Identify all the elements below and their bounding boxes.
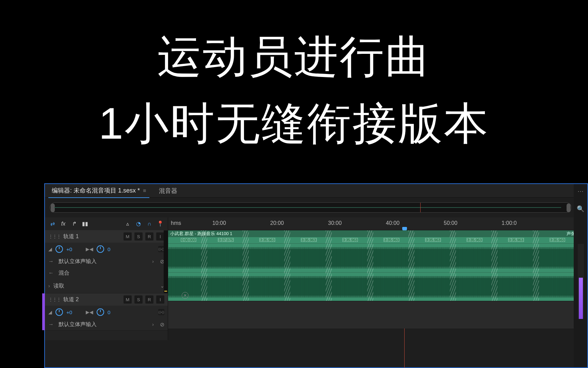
- crossfade-region[interactable]: [408, 230, 414, 301]
- master-level-meter: [578, 244, 584, 319]
- output-routing[interactable]: 混合: [59, 270, 164, 277]
- ruler-mark: 20:00: [270, 220, 284, 226]
- clip-marker: 3:35.963: [508, 238, 524, 242]
- track-1-name[interactable]: 轨道 1: [63, 233, 121, 240]
- clip-marker: 3:35.963: [425, 238, 441, 242]
- volume-value[interactable]: +0: [66, 309, 72, 315]
- volume-knob[interactable]: [55, 245, 63, 253]
- clip-marker: 3:37.075: [218, 238, 234, 242]
- clip-marker: 3:35.963: [342, 238, 358, 242]
- track-grip-icon[interactable]: ⋮⋮⋮: [48, 234, 61, 239]
- solo-button[interactable]: S: [134, 232, 143, 241]
- panel-menu-icon[interactable]: ⋯: [577, 187, 584, 195]
- input-monitor-button[interactable]: I: [156, 295, 164, 304]
- crossfade-region[interactable]: [201, 230, 207, 301]
- eq-icon[interactable]: ▮▮: [82, 220, 88, 227]
- pan-knob[interactable]: [97, 245, 104, 253]
- mute-button[interactable]: M: [124, 295, 132, 304]
- stereo-icon[interactable]: ((•)): [158, 309, 164, 315]
- tab-menu-icon[interactable]: ≡: [143, 188, 146, 194]
- ruler-mark: 10:00: [212, 220, 226, 226]
- overview-handle-left[interactable]: [51, 203, 55, 212]
- crossfade-region[interactable]: [326, 230, 332, 301]
- track-1-lane[interactable]: 小武君,群星 - 跑操音乐 44100 1 声像 ⌄ 0:00.000 3:37…: [168, 230, 587, 301]
- ruler-unit: hms: [171, 220, 181, 226]
- clip-marker: 3:35.963: [301, 238, 317, 242]
- snap-magnet-icon[interactable]: ∩: [146, 220, 153, 227]
- clip-marker: 3:35.963: [550, 238, 566, 242]
- track-2-lane[interactable]: [168, 301, 587, 328]
- track-grip-icon[interactable]: ⋮⋮⋮: [48, 297, 61, 302]
- waveform-display: [168, 243, 583, 301]
- tab-editor[interactable]: 编辑器: 未命名混音项目 1.sesx * ≡: [48, 184, 149, 198]
- pan-value[interactable]: 0: [108, 309, 110, 315]
- chevron-right-icon[interactable]: ›: [152, 322, 154, 327]
- record-arm-button[interactable]: R: [145, 232, 153, 241]
- expand-chevron-icon[interactable]: ›: [48, 283, 50, 289]
- mute-button[interactable]: M: [124, 232, 132, 241]
- pan-icon: ▶◀: [86, 309, 93, 315]
- volume-knob[interactable]: [55, 308, 63, 316]
- track-2-header: ⋮⋮⋮ 轨道 2 M S R I ◢ +0 ▶◀ 0 ((•)): [45, 293, 168, 331]
- svg-rect-5: [168, 276, 583, 297]
- metronome-icon[interactable]: ▵: [124, 220, 131, 227]
- input-routing[interactable]: 默认立体声输入: [59, 321, 149, 328]
- overview-playhead[interactable]: [420, 203, 421, 212]
- ruler-mark: 50:00: [444, 220, 457, 226]
- solo-button[interactable]: S: [134, 295, 143, 304]
- volume-icon: ◢: [48, 309, 52, 315]
- overview-waveform-mini: [54, 207, 561, 208]
- crossfade-region[interactable]: [284, 230, 290, 301]
- overview-handle-right[interactable]: [567, 203, 571, 212]
- crossfade-region[interactable]: [450, 230, 456, 301]
- waveform-right-channel: [168, 272, 583, 301]
- chevron-right-icon[interactable]: ›: [152, 259, 154, 264]
- volume-icon: ◢: [48, 246, 52, 252]
- audio-clip[interactable]: 小武君,群星 - 跑操音乐 44100 1 声像 ⌄ 0:00.000 3:37…: [168, 230, 583, 301]
- crossfade-region[interactable]: [243, 230, 249, 301]
- ruler-mark: 1:00:0: [502, 220, 517, 226]
- track-2-name[interactable]: 轨道 2: [63, 296, 121, 303]
- pan-value[interactable]: 0: [108, 246, 110, 252]
- overlay-title-line1: 运动员进行曲: [0, 27, 588, 87]
- overview-navigator: ⊕: [45, 198, 587, 217]
- phase-invert-icon[interactable]: ⊘: [160, 321, 164, 328]
- marker-pin-icon[interactable]: 📍: [157, 220, 164, 227]
- track-1-header: ⋮⋮⋮ 轨道 1 M S R I ◢ +0 ▶◀ 0 ((•)): [45, 230, 168, 293]
- overview-scrollbar[interactable]: [50, 202, 572, 213]
- input-routing[interactable]: 默认立体声输入: [59, 258, 149, 265]
- record-arm-button[interactable]: R: [145, 295, 153, 304]
- tab-mixer[interactable]: 混音器: [156, 184, 181, 198]
- clip-marker-strip: 0:00.000 3:37.075 3:35.963 3:35.963 3:35…: [168, 237, 583, 243]
- fx-icon[interactable]: fx: [60, 220, 67, 227]
- snap-time-icon[interactable]: ◔: [135, 220, 142, 227]
- pan-icon: ▶◀: [86, 246, 93, 252]
- crossfade-region[interactable]: [491, 230, 497, 301]
- ruler-mark: 40:00: [386, 220, 399, 226]
- tab-editor-prefix: 编辑器:: [52, 187, 72, 194]
- svg-rect-1: [168, 247, 583, 269]
- track-1-level-meter: [164, 230, 168, 293]
- loop-icon[interactable]: ⇄: [49, 220, 56, 227]
- clip-action-icon[interactable]: ✕: [182, 292, 189, 299]
- waveform-left-channel: [168, 243, 583, 272]
- automation-mode[interactable]: 读取: [53, 282, 157, 290]
- track-headers-column: ⇄ fx ↱ ▮▮ ▵ ◔ ∩ 📍 ⋮⋮⋮ 轨道 1 M S R I: [45, 217, 168, 340]
- audio-editor-panel: 编辑器: 未命名混音项目 1.sesx * ≡ 混音器 ⊕ ⇄ fx ↱ ▮▮ …: [44, 183, 588, 368]
- send-icon[interactable]: ↱: [71, 220, 78, 227]
- pan-knob[interactable]: [97, 308, 104, 316]
- crossfade-region[interactable]: [367, 230, 373, 301]
- panel-tabs: 编辑器: 未命名混音项目 1.sesx * ≡ 混音器: [45, 184, 587, 198]
- time-ruler[interactable]: hms 10:00 20:00 30:00 40:00 50:00 1:00:0: [168, 217, 587, 230]
- zoom-tool-icon[interactable]: 🔍: [577, 205, 584, 213]
- volume-value[interactable]: +0: [66, 246, 72, 252]
- toolbar-row: ⇄ fx ↱ ▮▮ ▵ ◔ ∩ 📍: [45, 217, 168, 230]
- clip-marker: 3:35.963: [259, 238, 275, 242]
- timeline-area[interactable]: hms 10:00 20:00 30:00 40:00 50:00 1:00:0…: [168, 217, 587, 340]
- crossfade-region[interactable]: [533, 230, 539, 301]
- clip-marker: 0:00.000: [181, 238, 197, 242]
- input-monitor-button[interactable]: I: [156, 232, 164, 241]
- input-arrow-icon: →: [48, 321, 55, 327]
- tab-editor-filename: 未命名混音项目 1.sesx *: [74, 187, 140, 194]
- input-arrow-icon: →: [48, 258, 55, 264]
